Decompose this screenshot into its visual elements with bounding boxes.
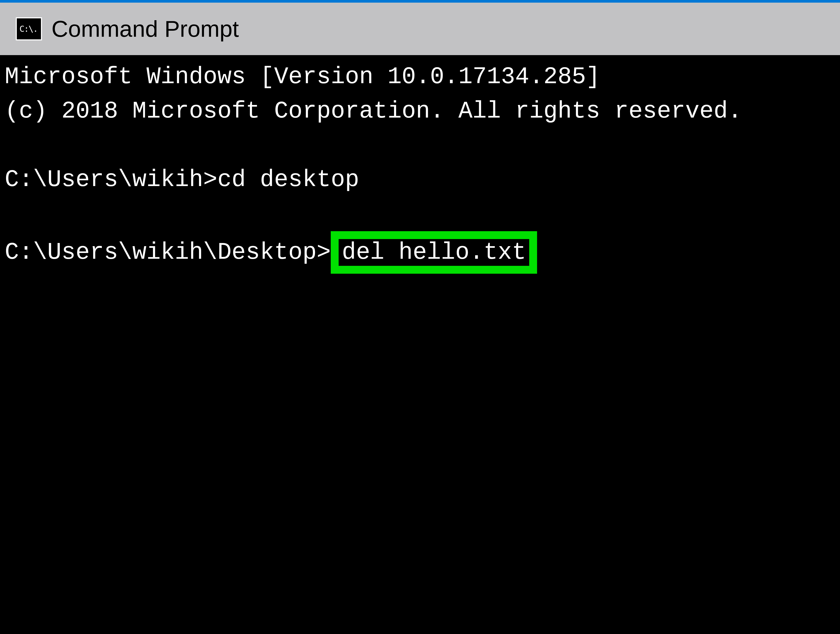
prompt-line-1: C:\Users\wikih>cd desktop — [5, 163, 835, 197]
window-title: Command Prompt — [51, 16, 239, 42]
cmd-icon: C:\. — [16, 17, 42, 40]
prompt-line-2: C:\Users\wikih\Desktop>del hello.txt — [5, 231, 835, 274]
cmd-icon-glyph: C:\. — [19, 24, 38, 34]
titlebar[interactable]: C:\. Command Prompt — [0, 3, 840, 55]
terminal-output[interactable]: Microsoft Windows [Version 10.0.17134.28… — [0, 55, 840, 278]
command-prompt-window: C:\. Command Prompt Microsoft Windows [V… — [0, 0, 840, 634]
prompt-2-command: del hello.txt — [342, 239, 526, 266]
prompt-1-command: cd desktop — [217, 166, 359, 193]
highlighted-command: del hello.txt — [331, 231, 537, 274]
version-line: Microsoft Windows [Version 10.0.17134.28… — [5, 60, 835, 94]
copyright-line: (c) 2018 Microsoft Corporation. All righ… — [5, 94, 835, 129]
prompt-2-prefix: C:\Users\wikih\Desktop> — [5, 239, 331, 266]
prompt-1-prefix: C:\Users\wikih> — [5, 166, 217, 193]
